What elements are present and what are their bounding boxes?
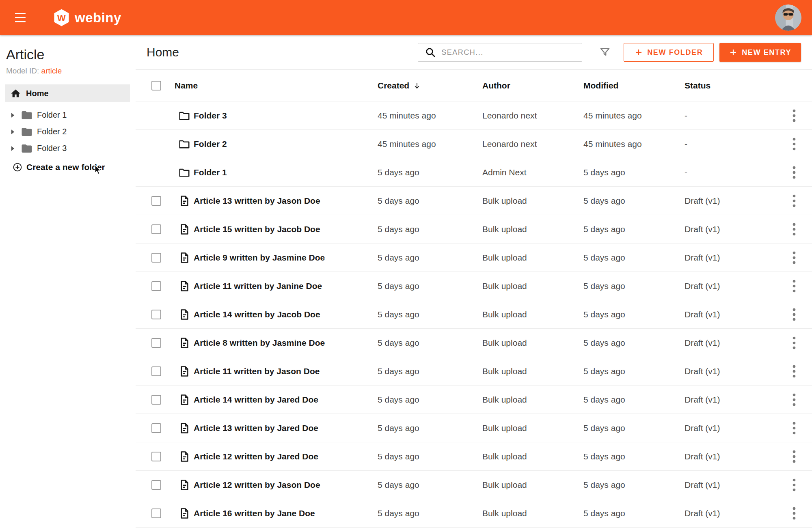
table-row[interactable]: Article 12 written by Jason Doe 5 days a… bbox=[136, 471, 812, 499]
row-actions-kebab-icon[interactable] bbox=[790, 163, 798, 182]
row-checkbox[interactable] bbox=[151, 338, 161, 348]
new-entry-button[interactable]: NEW ENTRY bbox=[719, 43, 801, 62]
table-row[interactable]: Folder 2 45 minutes ago Leonardo next 45… bbox=[136, 130, 812, 158]
row-created: 5 days ago bbox=[378, 395, 482, 405]
row-checkbox[interactable] bbox=[151, 310, 161, 319]
filter-button[interactable] bbox=[597, 45, 613, 60]
document-icon bbox=[178, 223, 190, 235]
row-checkbox[interactable] bbox=[151, 224, 161, 234]
row-checkbox[interactable] bbox=[151, 508, 161, 518]
row-author: Bulk upload bbox=[482, 196, 583, 206]
row-actions-kebab-icon[interactable] bbox=[790, 447, 798, 466]
brand-wordmark: webiny bbox=[75, 10, 121, 26]
table-row[interactable]: Article 8 written by Jasmine Doe 5 days … bbox=[136, 329, 812, 357]
chevron-right-icon[interactable] bbox=[11, 112, 15, 118]
menu-icon[interactable] bbox=[15, 9, 33, 27]
sidebar-item-folder[interactable]: Folder 1 bbox=[0, 107, 135, 123]
document-icon bbox=[178, 280, 190, 292]
row-actions-kebab-icon[interactable] bbox=[790, 362, 798, 381]
row-actions-kebab-icon[interactable] bbox=[790, 476, 798, 494]
table-row[interactable]: Folder 1 5 days ago Admin Next 5 days ag… bbox=[136, 158, 812, 187]
table-row[interactable]: Article 14 written by Jared Doe 5 days a… bbox=[136, 386, 812, 414]
row-name: Article 13 written by Jason Doe bbox=[194, 196, 378, 206]
column-header-created[interactable]: Created bbox=[378, 81, 482, 90]
search-icon bbox=[425, 47, 436, 58]
table-row[interactable]: Article 15 written by Jacob Doe 5 days a… bbox=[136, 215, 812, 243]
document-icon bbox=[178, 365, 190, 377]
sidebar-item-home[interactable]: Home bbox=[5, 84, 130, 102]
row-modified: 5 days ago bbox=[583, 508, 685, 518]
row-actions-kebab-icon[interactable] bbox=[790, 419, 798, 437]
row-author: Leonardo next bbox=[482, 111, 583, 121]
row-checkbox[interactable] bbox=[151, 196, 161, 206]
row-checkbox[interactable] bbox=[151, 480, 161, 490]
row-actions-kebab-icon[interactable] bbox=[790, 504, 798, 523]
row-status: Draft (v1) bbox=[685, 508, 790, 518]
row-actions-kebab-icon[interactable] bbox=[790, 248, 798, 267]
table-row[interactable]: Article 13 written by Jason Doe 5 days a… bbox=[136, 187, 812, 215]
row-created: 5 days ago bbox=[378, 480, 482, 490]
create-folder-button[interactable]: Create a new folder bbox=[13, 162, 105, 172]
table-row[interactable]: Article 16 written by Jane Doe 5 days ag… bbox=[136, 499, 812, 528]
row-name: Article 8 written by Jasmine Doe bbox=[194, 338, 378, 348]
table-row[interactable]: Article 13 written by Jared Doe 5 days a… bbox=[136, 414, 812, 442]
table-row[interactable]: Article 12 written by Jared Doe 5 days a… bbox=[136, 442, 812, 471]
row-created: 5 days ago bbox=[378, 338, 482, 348]
row-modified: 5 days ago bbox=[583, 253, 685, 263]
select-all-checkbox[interactable] bbox=[151, 81, 161, 90]
table-row[interactable]: Article 11 written by Janine Doe 5 days … bbox=[136, 272, 812, 300]
sidebar-item-folder[interactable]: Folder 3 bbox=[0, 140, 135, 157]
row-checkbox[interactable] bbox=[151, 452, 161, 461]
sort-arrow-down-icon bbox=[412, 81, 421, 90]
row-status: Draft (v1) bbox=[685, 196, 790, 206]
create-folder-label: Create a new folder bbox=[26, 162, 105, 172]
row-actions-kebab-icon[interactable] bbox=[790, 220, 798, 239]
row-checkbox[interactable] bbox=[151, 366, 161, 376]
row-author: Bulk upload bbox=[482, 508, 583, 518]
row-created: 5 days ago bbox=[378, 168, 482, 177]
sidebar-item-folder[interactable]: Folder 2 bbox=[0, 123, 135, 140]
row-author: Bulk upload bbox=[482, 452, 583, 461]
document-icon bbox=[178, 507, 190, 519]
row-actions-kebab-icon[interactable] bbox=[790, 334, 798, 352]
table-row[interactable]: Folder 3 45 minutes ago Leonardo next 45… bbox=[136, 101, 812, 130]
table-row[interactable]: Article 14 written by Jacob Doe 5 days a… bbox=[136, 300, 812, 329]
folder-icon bbox=[178, 166, 190, 179]
row-status: - bbox=[685, 111, 790, 121]
sidebar-folder-list: Folder 1 Folder 2 Folder 3 bbox=[0, 107, 135, 157]
row-actions-kebab-icon[interactable] bbox=[790, 305, 798, 324]
row-actions-kebab-icon[interactable] bbox=[790, 106, 798, 125]
chevron-right-icon[interactable] bbox=[11, 129, 15, 135]
column-header-name[interactable]: Name bbox=[175, 81, 378, 90]
search-input[interactable] bbox=[441, 48, 576, 57]
row-actions-kebab-icon[interactable] bbox=[790, 135, 798, 153]
row-name: Article 14 written by Jared Doe bbox=[194, 395, 378, 405]
row-actions-kebab-icon[interactable] bbox=[790, 390, 798, 409]
row-checkbox[interactable] bbox=[151, 395, 161, 405]
new-folder-button[interactable]: NEW FOLDER bbox=[624, 43, 714, 62]
folder-filled-icon bbox=[21, 142, 33, 155]
column-header-modified[interactable]: Modified bbox=[583, 81, 685, 90]
row-name: Article 9 written by Jasmine Doe bbox=[194, 253, 378, 263]
row-actions-kebab-icon[interactable] bbox=[790, 192, 798, 210]
sidebar-home-label: Home bbox=[26, 89, 49, 98]
row-checkbox[interactable] bbox=[151, 281, 161, 291]
model-id: Model ID: article bbox=[6, 67, 135, 75]
row-created: 5 days ago bbox=[378, 196, 482, 206]
model-id-label: Model ID: bbox=[6, 67, 39, 75]
row-checkbox[interactable] bbox=[151, 423, 161, 433]
table-row[interactable]: Article 9 written by Jasmine Doe 5 days … bbox=[136, 243, 812, 272]
breadcrumb-title: Home bbox=[147, 45, 179, 59]
column-header-status[interactable]: Status bbox=[685, 81, 790, 90]
row-created: 5 days ago bbox=[378, 281, 482, 291]
search-box bbox=[418, 43, 582, 62]
row-status: Draft (v1) bbox=[685, 452, 790, 461]
row-checkbox[interactable] bbox=[151, 253, 161, 263]
column-header-author[interactable]: Author bbox=[482, 81, 583, 90]
user-avatar[interactable] bbox=[775, 4, 801, 31]
row-actions-kebab-icon[interactable] bbox=[790, 277, 798, 295]
chevron-right-icon[interactable] bbox=[11, 146, 15, 151]
plus-icon bbox=[729, 48, 737, 56]
table-row[interactable]: Article 11 written by Jason Doe 5 days a… bbox=[136, 357, 812, 386]
row-status: - bbox=[685, 168, 790, 177]
